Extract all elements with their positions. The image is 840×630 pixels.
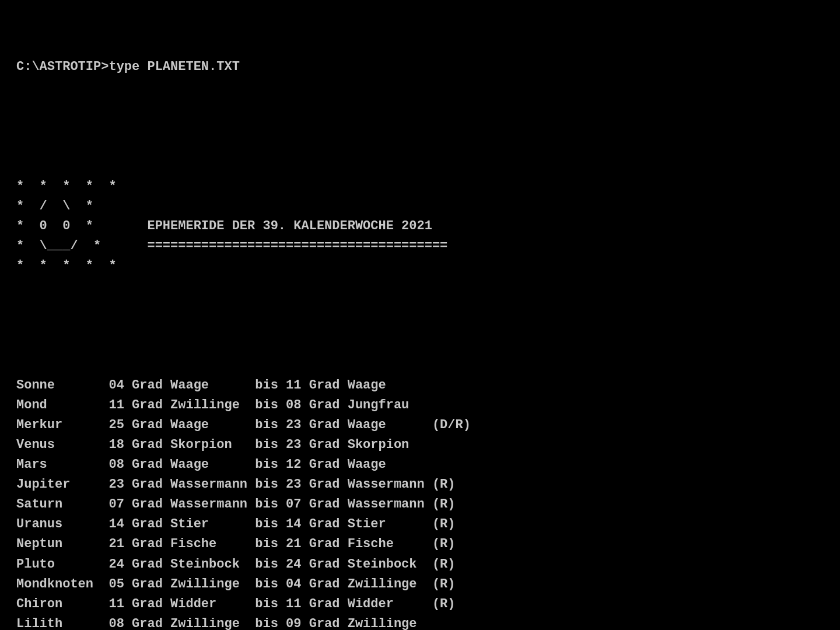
- ascii-line-4: * * * * *: [16, 256, 824, 276]
- ascii-line-0: * * * * *: [16, 177, 824, 197]
- planet-row-4: Mars 08 Grad Waage bis 12 Grad Waage: [16, 455, 824, 475]
- planet-row-11: Chiron 11 Grad Widder bis 11 Grad Widder…: [16, 594, 824, 614]
- planet-row-12: Lilith 08 Grad Zwillinge bis 09 Grad Zwi…: [16, 614, 824, 630]
- planet-table: Sonne 04 Grad Waage bis 11 Grad Waage Mo…: [16, 376, 824, 630]
- planet-row-1: Mond 11 Grad Zwillinge bis 08 Grad Jungf…: [16, 396, 824, 415]
- planet-row-8: Neptun 21 Grad Fische bis 21 Grad Fische…: [16, 534, 824, 554]
- planet-row-5: Jupiter 23 Grad Wassermann bis 23 Grad W…: [16, 475, 824, 495]
- planet-row-7: Uranus 14 Grad Stier bis 14 Grad Stier (…: [16, 514, 824, 534]
- terminal: C:\ASTROTIP>type PLANETEN.TXT * * * * **…: [16, 18, 824, 630]
- planet-row-9: Pluto 24 Grad Steinbock bis 24 Grad Stei…: [16, 555, 824, 575]
- planet-row-0: Sonne 04 Grad Waage bis 11 Grad Waage: [16, 376, 824, 396]
- ascii-art-block: * * * * ** / \ ** 0 0 * EPHEMERIDE DER 3…: [16, 177, 824, 276]
- planet-row-10: Mondknoten 05 Grad Zwillinge bis 04 Grad…: [16, 575, 824, 594]
- ascii-line-2: * 0 0 * EPHEMERIDE DER 39. KALENDERWOCHE…: [16, 216, 824, 236]
- blank2: [16, 316, 824, 335]
- command-line: C:\ASTROTIP>type PLANETEN.TXT: [16, 57, 824, 77]
- ascii-line-3: * \___/ * ==============================…: [16, 236, 824, 256]
- planet-row-3: Venus 18 Grad Skorpion bis 23 Grad Skorp…: [16, 435, 824, 455]
- blank1: [16, 117, 824, 136]
- planet-row-6: Saturn 07 Grad Wassermann bis 07 Grad Wa…: [16, 495, 824, 514]
- planet-row-2: Merkur 25 Grad Waage bis 23 Grad Waage (…: [16, 415, 824, 435]
- ascii-line-1: * / \ *: [16, 197, 824, 216]
